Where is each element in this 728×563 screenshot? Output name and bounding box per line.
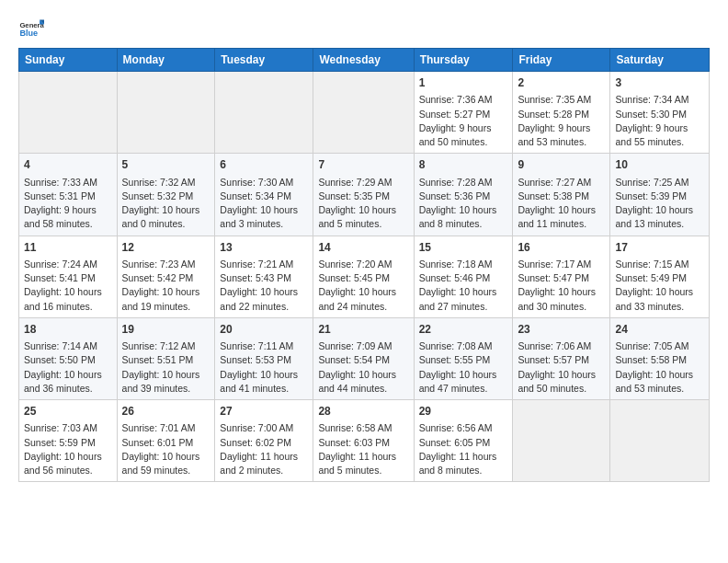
calendar-cell: 2Sunrise: 7:35 AM Sunset: 5:28 PM Daylig… — [513, 72, 610, 154]
calendar-cell: 6Sunrise: 7:30 AM Sunset: 5:34 PM Daylig… — [215, 154, 313, 236]
day-number: 3 — [615, 75, 704, 91]
calendar-cell — [513, 400, 610, 482]
calendar-cell: 23Sunrise: 7:06 AM Sunset: 5:57 PM Dayli… — [513, 317, 610, 399]
day-number: 5 — [122, 157, 210, 173]
day-number: 21 — [318, 322, 408, 338]
day-info: Sunrise: 7:27 AM Sunset: 5:38 PM Dayligh… — [518, 176, 605, 232]
day-number: 7 — [318, 157, 408, 173]
day-number: 16 — [518, 240, 605, 256]
weekday-header-friday: Friday — [513, 49, 610, 72]
day-info: Sunrise: 7:30 AM Sunset: 5:34 PM Dayligh… — [220, 176, 308, 232]
day-number: 6 — [220, 157, 308, 173]
day-number: 23 — [518, 322, 605, 338]
logo-icon: General Blue — [18, 15, 44, 40]
day-number: 29 — [419, 404, 508, 419]
day-info: Sunrise: 7:03 AM Sunset: 5:59 PM Dayligh… — [24, 421, 112, 477]
day-number: 15 — [419, 240, 508, 256]
day-number: 12 — [122, 240, 210, 256]
day-number: 4 — [24, 157, 112, 173]
calendar-cell: 15Sunrise: 7:18 AM Sunset: 5:46 PM Dayli… — [414, 236, 513, 317]
calendar-cell: 7Sunrise: 7:29 AM Sunset: 5:35 PM Daylig… — [313, 154, 414, 236]
calendar-cell: 21Sunrise: 7:09 AM Sunset: 5:54 PM Dayli… — [313, 317, 414, 399]
page-header: General Blue — [18, 15, 710, 40]
day-info: Sunrise: 7:28 AM Sunset: 5:36 PM Dayligh… — [419, 176, 508, 232]
day-number: 9 — [518, 157, 605, 173]
day-info: Sunrise: 7:29 AM Sunset: 5:35 PM Dayligh… — [318, 176, 408, 232]
day-number: 22 — [419, 322, 508, 338]
day-number: 27 — [220, 404, 308, 419]
day-info: Sunrise: 7:24 AM Sunset: 5:41 PM Dayligh… — [24, 258, 112, 314]
day-info: Sunrise: 7:23 AM Sunset: 5:42 PM Dayligh… — [122, 258, 210, 314]
calendar-cell: 5Sunrise: 7:32 AM Sunset: 5:32 PM Daylig… — [117, 154, 215, 236]
day-info: Sunrise: 7:34 AM Sunset: 5:30 PM Dayligh… — [615, 93, 704, 149]
calendar-cell: 17Sunrise: 7:15 AM Sunset: 5:49 PM Dayli… — [610, 236, 710, 317]
calendar-cell: 4Sunrise: 7:33 AM Sunset: 5:31 PM Daylig… — [19, 154, 118, 236]
calendar-cell: 11Sunrise: 7:24 AM Sunset: 5:41 PM Dayli… — [19, 236, 118, 317]
calendar-cell: 9Sunrise: 7:27 AM Sunset: 5:38 PM Daylig… — [513, 154, 610, 236]
calendar-cell: 20Sunrise: 7:11 AM Sunset: 5:53 PM Dayli… — [215, 317, 313, 399]
weekday-header-thursday: Thursday — [414, 49, 513, 72]
day-info: Sunrise: 7:20 AM Sunset: 5:45 PM Dayligh… — [318, 258, 408, 314]
day-info: Sunrise: 7:09 AM Sunset: 5:54 PM Dayligh… — [318, 339, 408, 396]
calendar-cell: 26Sunrise: 7:01 AM Sunset: 6:01 PM Dayli… — [117, 400, 215, 482]
day-info: Sunrise: 7:12 AM Sunset: 5:51 PM Dayligh… — [122, 339, 210, 396]
day-info: Sunrise: 7:06 AM Sunset: 5:57 PM Dayligh… — [518, 339, 605, 396]
day-number: 28 — [318, 404, 408, 419]
day-info: Sunrise: 7:33 AM Sunset: 5:31 PM Dayligh… — [24, 176, 112, 232]
calendar-cell — [610, 400, 710, 482]
calendar-cell: 22Sunrise: 7:08 AM Sunset: 5:55 PM Dayli… — [414, 317, 513, 399]
day-number: 14 — [318, 240, 408, 256]
calendar-cell: 13Sunrise: 7:21 AM Sunset: 5:43 PM Dayli… — [215, 236, 313, 317]
day-number: 20 — [220, 322, 308, 338]
day-info: Sunrise: 7:01 AM Sunset: 6:01 PM Dayligh… — [122, 421, 210, 477]
calendar-cell — [313, 72, 414, 154]
calendar-cell — [117, 72, 215, 154]
day-number: 1 — [419, 75, 508, 91]
calendar-cell: 1Sunrise: 7:36 AM Sunset: 5:27 PM Daylig… — [414, 72, 513, 154]
day-info: Sunrise: 6:58 AM Sunset: 6:03 PM Dayligh… — [318, 421, 408, 477]
day-number: 18 — [24, 322, 112, 338]
day-info: Sunrise: 6:56 AM Sunset: 6:05 PM Dayligh… — [419, 421, 508, 477]
day-info: Sunrise: 7:08 AM Sunset: 5:55 PM Dayligh… — [419, 339, 508, 396]
calendar-week-row: 1Sunrise: 7:36 AM Sunset: 5:27 PM Daylig… — [19, 72, 710, 154]
day-number: 8 — [419, 157, 508, 173]
calendar-cell — [19, 72, 118, 154]
weekday-header-monday: Monday — [117, 49, 215, 72]
weekday-header-wednesday: Wednesday — [313, 49, 414, 72]
day-info: Sunrise: 7:11 AM Sunset: 5:53 PM Dayligh… — [220, 339, 308, 396]
weekday-header-saturday: Saturday — [610, 49, 710, 72]
calendar-cell: 27Sunrise: 7:00 AM Sunset: 6:02 PM Dayli… — [215, 400, 313, 482]
day-info: Sunrise: 7:00 AM Sunset: 6:02 PM Dayligh… — [220, 421, 308, 477]
calendar-cell: 8Sunrise: 7:28 AM Sunset: 5:36 PM Daylig… — [414, 154, 513, 236]
day-number: 11 — [24, 240, 112, 256]
day-info: Sunrise: 7:36 AM Sunset: 5:27 PM Dayligh… — [419, 93, 508, 149]
day-info: Sunrise: 7:21 AM Sunset: 5:43 PM Dayligh… — [220, 258, 308, 314]
calendar-cell: 12Sunrise: 7:23 AM Sunset: 5:42 PM Dayli… — [117, 236, 215, 317]
day-info: Sunrise: 7:25 AM Sunset: 5:39 PM Dayligh… — [615, 176, 704, 232]
day-info: Sunrise: 7:17 AM Sunset: 5:47 PM Dayligh… — [518, 258, 605, 314]
weekday-header-sunday: Sunday — [19, 49, 118, 72]
svg-text:Blue: Blue — [19, 29, 38, 38]
day-number: 19 — [122, 322, 210, 338]
day-info: Sunrise: 7:32 AM Sunset: 5:32 PM Dayligh… — [122, 176, 210, 232]
calendar-cell: 24Sunrise: 7:05 AM Sunset: 5:58 PM Dayli… — [610, 317, 710, 399]
day-number: 26 — [122, 404, 210, 419]
day-number: 2 — [518, 75, 605, 91]
calendar-cell: 18Sunrise: 7:14 AM Sunset: 5:50 PM Dayli… — [19, 317, 118, 399]
calendar-cell — [215, 72, 313, 154]
day-info: Sunrise: 7:14 AM Sunset: 5:50 PM Dayligh… — [24, 339, 112, 396]
calendar-week-row: 4Sunrise: 7:33 AM Sunset: 5:31 PM Daylig… — [19, 154, 710, 236]
day-number: 13 — [220, 240, 308, 256]
weekday-header-tuesday: Tuesday — [215, 49, 313, 72]
calendar-cell: 29Sunrise: 6:56 AM Sunset: 6:05 PM Dayli… — [414, 400, 513, 482]
calendar-cell: 28Sunrise: 6:58 AM Sunset: 6:03 PM Dayli… — [313, 400, 414, 482]
day-info: Sunrise: 7:18 AM Sunset: 5:46 PM Dayligh… — [419, 258, 508, 314]
day-number: 10 — [615, 157, 704, 173]
day-number: 17 — [615, 240, 704, 256]
day-info: Sunrise: 7:05 AM Sunset: 5:58 PM Dayligh… — [615, 339, 704, 396]
calendar-cell: 16Sunrise: 7:17 AM Sunset: 5:47 PM Dayli… — [513, 236, 610, 317]
calendar-cell: 19Sunrise: 7:12 AM Sunset: 5:51 PM Dayli… — [117, 317, 215, 399]
weekday-header-row: SundayMondayTuesdayWednesdayThursdayFrid… — [19, 49, 710, 72]
calendar-cell: 25Sunrise: 7:03 AM Sunset: 5:59 PM Dayli… — [19, 400, 118, 482]
calendar-cell: 3Sunrise: 7:34 AM Sunset: 5:30 PM Daylig… — [610, 72, 710, 154]
